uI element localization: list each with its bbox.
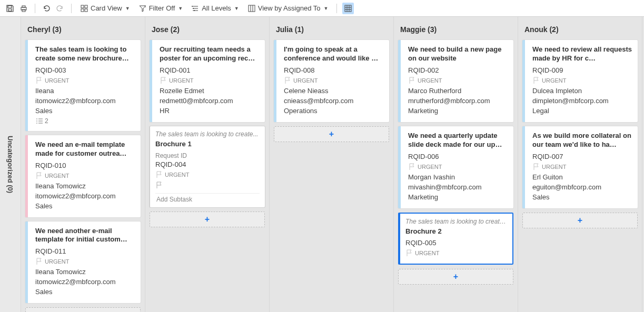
- card-urgent: URGENT: [408, 163, 508, 171]
- column-header[interactable]: Jose (2): [150, 21, 265, 40]
- add-card-button[interactable]: +: [25, 307, 141, 312]
- card-person: Marco Rutherford: [408, 87, 508, 95]
- column: Maggie (3)We need to build a new page on…: [394, 17, 518, 312]
- card-person: Dulcea Impleton: [532, 87, 632, 95]
- levels-button[interactable]: All Levels ▼: [188, 3, 242, 14]
- redo-button[interactable]: [54, 3, 66, 14]
- undo-button[interactable]: [41, 3, 52, 14]
- card[interactable]: The sales team is looking to create...Br…: [150, 126, 265, 207]
- card[interactable]: I'm going to speak at a conference and w…: [274, 40, 389, 122]
- card-dept: Sales: [35, 107, 135, 115]
- card[interactable]: We need an e-mail template made for cust…: [25, 135, 141, 217]
- view-by-icon: [247, 4, 256, 13]
- card-dept: Sales: [35, 202, 135, 210]
- flag-icon: [35, 257, 43, 266]
- card-urgent: URGENT: [160, 76, 260, 85]
- card-urgent: URGENT: [155, 170, 260, 179]
- card-email: cnieass@mbfcorp.com: [284, 97, 384, 105]
- card-person: Celene Nieass: [284, 87, 384, 95]
- save-button[interactable]: [4, 3, 16, 14]
- card-email: itomowicz2@mbfcorp.com: [35, 97, 135, 105]
- card-person: Ileana Tomowicz: [35, 268, 135, 276]
- flag-icon: [408, 76, 415, 85]
- card-title: As we build more collateral on our team …: [532, 132, 632, 149]
- uncategorized-label: Uncategorized (0): [6, 136, 14, 193]
- card-title: We need an e-mail template made for cust…: [35, 140, 135, 158]
- flag-icon: [155, 170, 163, 179]
- caret-icon: ▼: [125, 6, 130, 11]
- print-button[interactable]: [18, 3, 29, 14]
- board: Uncategorized (0) Cheryl (3)The sales te…: [0, 17, 644, 312]
- card-urgent: URGENT: [284, 76, 384, 85]
- caret-icon: ▼: [324, 6, 329, 11]
- add-card-button[interactable]: +: [522, 213, 638, 228]
- card-person: Morgan Ivashin: [408, 173, 508, 181]
- card-person: Ileana Tomowicz: [35, 182, 135, 190]
- grid-toggle-button[interactable]: [342, 3, 354, 14]
- card-title: I'm going to speak at a conference and w…: [284, 45, 384, 63]
- filter-button[interactable]: Filter Off ▼: [135, 3, 186, 14]
- card-title: We need another e-mail template for init…: [35, 227, 135, 245]
- add-card-button[interactable]: +: [150, 212, 265, 227]
- column: Cheryl (3)The sales team is looking to c…: [21, 17, 145, 312]
- card-subcount: 2: [35, 117, 135, 126]
- card-rqid: RQID-003: [35, 66, 135, 74]
- levels-label: All Levels: [202, 4, 231, 12]
- card-urgent: URGENT: [532, 76, 632, 85]
- column-header[interactable]: Julia (1): [274, 21, 389, 40]
- card-subtitle: Request ID: [155, 152, 260, 159]
- card-title: Brochure 2: [405, 227, 508, 236]
- card-urgent: URGENT: [405, 249, 508, 257]
- card-dept: Sales: [35, 288, 135, 296]
- column-header[interactable]: Cheryl (3): [25, 21, 141, 40]
- card-dept: Legal: [532, 107, 632, 115]
- card-view-button[interactable]: Card View ▼: [77, 3, 133, 14]
- flag-icon: [532, 76, 540, 85]
- card[interactable]: We need to review all requests made by H…: [522, 40, 638, 122]
- column-header[interactable]: Maggie (3): [398, 21, 513, 40]
- card[interactable]: As we build more collateral on our team …: [522, 126, 638, 208]
- card-urgent: URGENT: [532, 163, 632, 171]
- card-urgent: URGENT: [35, 76, 135, 85]
- card-person: Rozelle Edmet: [160, 87, 260, 95]
- card-email: eguiton@mbfcorp.com: [532, 183, 632, 191]
- add-subtask[interactable]: Add Subtask: [155, 193, 260, 203]
- flag-icon: [284, 76, 291, 85]
- card-title: Brochure 1: [155, 140, 260, 149]
- add-card-button[interactable]: +: [398, 269, 513, 285]
- card-rqid: RQID-010: [35, 162, 135, 169]
- card-rqid: RQID-001: [160, 66, 260, 74]
- card[interactable]: We need to build a new page on our websi…: [398, 40, 513, 122]
- card-email: dimpleton@mbfcorp.com: [532, 97, 632, 105]
- caret-icon: ▼: [178, 6, 183, 11]
- card-email: mrutherford@mbfcorp.com: [408, 97, 508, 105]
- card[interactable]: The sales team is looking to create some…: [25, 40, 141, 131]
- add-card-button[interactable]: +: [274, 126, 389, 142]
- card-breadcrumb: The sales team is looking to create...: [155, 130, 260, 138]
- card[interactable]: The sales team is looking to create...Br…: [398, 213, 513, 265]
- card-title: Our recruiting team needs a poster for a…: [160, 45, 260, 63]
- uncategorized-rail[interactable]: Uncategorized (0): [0, 17, 21, 312]
- levels-icon: [191, 4, 200, 13]
- view-by-label: View by Assigned To: [258, 4, 321, 12]
- card[interactable]: Our recruiting team needs a poster for a…: [150, 40, 265, 122]
- card[interactable]: We need a quarterly update slide deck ma…: [398, 126, 513, 208]
- card-dept: HR: [160, 107, 260, 115]
- card-dept: Operations: [284, 107, 384, 115]
- toolbar: Card View ▼ Filter Off ▼ All Levels ▼ Vi…: [0, 0, 644, 17]
- flag-icon: [155, 181, 260, 190]
- card-title: We need to review all requests made by H…: [532, 45, 632, 63]
- card-rqid: RQID-004: [155, 160, 260, 168]
- flag-icon: [35, 172, 43, 180]
- card[interactable]: We need another e-mail template for init…: [25, 222, 141, 304]
- card-view-icon: [80, 4, 88, 13]
- card-email: itomowicz2@mbfcorp.com: [35, 192, 135, 200]
- card-rqid: RQID-007: [532, 153, 632, 160]
- flag-icon: [405, 249, 413, 257]
- column-header[interactable]: Anouk (2): [522, 21, 638, 40]
- filter-label: Filter Off: [149, 4, 175, 12]
- view-by-button[interactable]: View by Assigned To ▼: [244, 3, 332, 14]
- card-rqid: RQID-002: [408, 66, 508, 74]
- card-title: We need a quarterly update slide deck ma…: [408, 132, 508, 149]
- card-email: itomowicz2@mbfcorp.com: [35, 278, 135, 286]
